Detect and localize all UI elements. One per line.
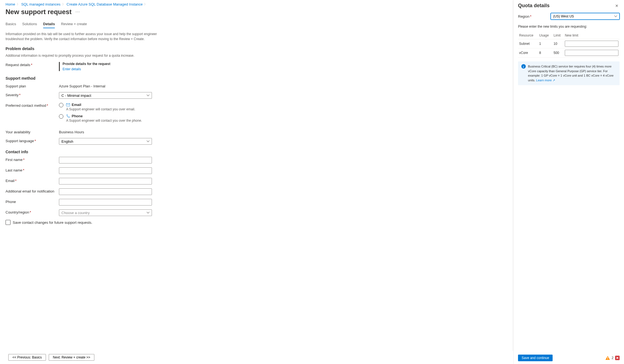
language-label: Support language* [6, 138, 59, 143]
next-button[interactable]: Next: Review + create >> [49, 354, 94, 361]
page-title: New support request [6, 8, 72, 16]
panel-title: Quota details [518, 3, 550, 9]
phone-input[interactable] [59, 199, 152, 206]
cell-resource: vCore [518, 48, 538, 58]
cell-usage: 8 [538, 48, 552, 58]
newlimit-input-subnet[interactable] [565, 41, 618, 47]
cell-limit: 500 [552, 48, 564, 58]
tab-details[interactable]: Details [43, 20, 55, 28]
radio-phone[interactable] [59, 114, 63, 119]
limits-text: Please enter the new limits you are requ… [518, 25, 620, 28]
region-label: Region* [518, 14, 551, 19]
save-continue-button[interactable]: Save and continue [518, 355, 553, 361]
enter-details-link[interactable]: Enter details [63, 67, 81, 71]
severity-select[interactable]: C - Minimal impact [59, 92, 152, 99]
problem-subtext: Additional information is required to pr… [6, 54, 508, 58]
close-icon[interactable]: ✕ [614, 3, 620, 9]
problem-heading: Problem details [6, 46, 508, 51]
cell-usage: 1 [538, 39, 552, 48]
chevron-right-icon: 〉 [17, 2, 20, 6]
severity-label: Severity* [6, 92, 59, 97]
footer: << Previous: Basics Next: Review + creat… [0, 351, 513, 364]
info-box: Business Critical (BC) service tier requ… [518, 61, 620, 85]
tab-solutions[interactable]: Solutions [22, 20, 37, 28]
breadcrumb: Home 〉 SQL managed instances 〉 Create Az… [6, 2, 508, 6]
provide-details-box: Provide details for the request Enter de… [59, 62, 508, 71]
chevron-right-icon: 〉 [144, 2, 147, 6]
availability-label: Your availability [6, 129, 59, 134]
region-select[interactable]: (US) West US [551, 13, 620, 20]
table-row: Subnet 1 10 [518, 39, 620, 48]
email-label: Email* [6, 178, 59, 183]
first-name-input[interactable] [59, 157, 152, 163]
contact-method-label: Preferred contact method* [6, 103, 59, 108]
learn-more-link[interactable]: Learn more ↗ [536, 79, 555, 82]
th-limit: Limit [552, 32, 564, 39]
intro-text: Information provided on this tab will be… [6, 32, 160, 41]
svg-rect-2 [607, 359, 608, 359]
support-plan-value: Azure Support Plan - Internal [59, 83, 105, 88]
cell-limit: 10 [552, 39, 564, 48]
email-input[interactable] [59, 178, 152, 184]
th-usage: Usage [538, 32, 552, 39]
tab-bar: Basics Solutions Details Review + create [6, 20, 508, 28]
phone-label: Phone [6, 199, 59, 204]
th-newlimit: New limit [564, 32, 620, 39]
table-row: vCore 8 500 [518, 48, 620, 58]
error-icon[interactable] [615, 356, 620, 360]
cell-resource: Subnet [518, 39, 538, 48]
status-badges: 2 [605, 356, 620, 360]
newlimit-input-vcore[interactable] [565, 50, 618, 56]
radio-phone-desc: A Support engineer will contact you over… [66, 119, 142, 123]
country-select[interactable]: Choose a country [59, 209, 152, 216]
save-contact-label: Save contact changes for future support … [13, 220, 92, 225]
support-plan-label: Support plan [6, 83, 59, 88]
warning-icon [605, 356, 610, 360]
th-resource: Resource [518, 32, 538, 39]
breadcrumb-home[interactable]: Home [6, 2, 15, 6]
warning-count: 2 [612, 356, 613, 360]
breadcrumb-sql[interactable]: SQL managed instances [21, 2, 61, 6]
info-icon [521, 64, 526, 69]
request-details-label: Request details* [6, 62, 59, 67]
quota-table: Resource Usage Limit New limit Subnet 1 … [518, 32, 620, 58]
last-name-input[interactable] [59, 167, 152, 174]
addl-email-input[interactable] [59, 188, 152, 195]
phone-icon [66, 114, 70, 118]
save-contact-checkbox[interactable] [6, 220, 11, 225]
addl-email-label: Additional email for notification [6, 188, 59, 193]
radio-email-label: Email [72, 103, 81, 107]
first-name-label: First name* [6, 157, 59, 162]
provide-title: Provide details for the request [63, 62, 508, 66]
chevron-right-icon: 〉 [62, 2, 65, 6]
radio-phone-label: Phone [72, 114, 83, 118]
prev-button[interactable]: << Previous: Basics [8, 354, 46, 361]
radio-email-desc: A Support engineer will contact you over… [66, 107, 135, 111]
breadcrumb-create[interactable]: Create Azure SQL Database Managed Instan… [67, 2, 143, 6]
tab-review[interactable]: Review + create [61, 20, 87, 28]
last-name-label: Last name* [6, 167, 59, 172]
support-heading: Support method [6, 76, 508, 80]
country-label: Country/region* [6, 209, 59, 214]
tab-basics[interactable]: Basics [6, 20, 16, 28]
mail-icon [66, 103, 70, 107]
svg-rect-1 [607, 357, 608, 358]
contact-heading: Contact info [6, 150, 508, 154]
radio-email[interactable] [59, 103, 63, 107]
language-select[interactable]: English [59, 138, 152, 145]
quota-panel: Quota details ✕ Region* (US) West US Ple… [513, 0, 624, 364]
more-icon[interactable]: ··· [76, 9, 80, 14]
availability-value: Business Hours [59, 129, 84, 134]
